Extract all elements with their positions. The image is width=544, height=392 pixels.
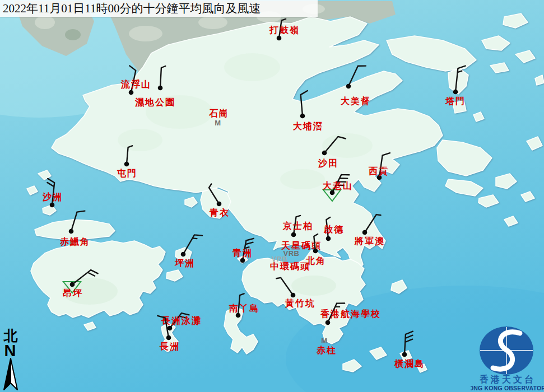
station-dot [402,352,407,357]
weather-map-page: 打鼓嶺流浮山濕地公園石崗M大美督塔門大埔滘沙田西貢沙洲屯門大老山青衣赤鱲角坪洲京… [0,0,544,392]
hko-logo-icon [480,326,533,375]
station-dot [453,90,458,95]
north-arrow-icon [4,358,17,390]
station-dot [129,90,134,95]
station-dot [300,114,305,119]
station-label: 黃竹坑 [285,298,315,308]
station-dot [50,203,55,208]
station-dot [181,252,186,257]
station-note: VRB [272,255,288,263]
station-dot [240,258,245,263]
station-dot [166,335,171,340]
station-dot [236,313,241,318]
station-label: 將軍澳 [354,236,385,246]
north-compass: 北 N [1,327,20,392]
station-label: 長洲泳灘 [161,315,202,325]
station-dot [322,151,327,156]
station-label: 橫瀾島 [394,359,425,368]
station-label: 大埔滘 [293,121,323,131]
station-label: 南丫島 [229,304,259,313]
station-label: 打鼓嶺 [269,25,300,35]
station-label: 昂坪 [63,288,83,298]
station-label: 沙田 [318,158,338,168]
station-label: 赤鱲角 [59,237,90,246]
map-title: 2022年11月01日11時00分的十分鐘平均風向及風速 [0,0,318,17]
station-label: 香港航海學校 [320,309,381,319]
station-dot [124,162,129,167]
station-dot [346,84,351,89]
station-dot [217,202,222,207]
station-dot [70,282,75,287]
station-dot [291,293,296,298]
station-label: 塔門 [445,96,466,106]
station-label: 啟德 [323,225,344,234]
station-label: 北角 [305,256,326,265]
station-label: 大老山 [323,181,353,190]
station-note: M [321,337,327,345]
station-label: 長洲 [159,342,180,351]
station-dot [168,326,173,331]
station-label: 石崗 [208,109,229,118]
station-label: 青洲 [232,248,253,258]
station-label: 坪洲 [174,258,195,268]
station-label: 赤柱 [316,346,337,355]
station-label: 西貢 [368,166,389,176]
hko-name-en: HONG KONG OBSERVATORY [471,385,544,391]
station-label: 沙洲 [42,192,63,202]
station-dot [326,320,331,325]
station-dot [362,230,368,235]
compass-cn-label: 北 [3,328,18,343]
station-dot [330,190,335,195]
station-dot [326,236,331,241]
station-dot [158,86,163,91]
station-label: 大美督 [341,96,371,106]
hko-name-cn: 香港天文台 [479,374,536,384]
hong-kong-map: 打鼓嶺流浮山濕地公園石崗M大美督塔門大埔滘沙田西貢沙洲屯門大老山青衣赤鱲角坪洲京… [0,0,544,392]
station-label: 流浮山 [120,79,151,89]
hko-logo: 香港天文台 HONG KONG OBSERVATORY [471,322,544,392]
station-label: 京士柏 [282,221,313,231]
station-dot [291,232,296,237]
station-label: 濕地公園 [134,97,175,108]
station-dot [69,229,74,234]
station-dot [313,249,318,254]
station-label: 屯門 [117,169,137,178]
station-note: M [215,119,221,127]
station-label: 青衣 [209,208,230,217]
compass-n-label: N [4,342,16,360]
station-dot [277,36,282,41]
